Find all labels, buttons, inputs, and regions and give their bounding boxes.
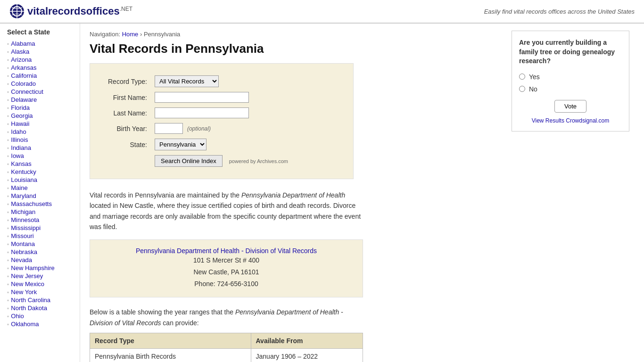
sidebar-state-item: Massachusetts	[7, 200, 75, 208]
sidebar-state-link[interactable]: Maine	[11, 184, 27, 191]
sidebar-state-item: Alaska	[7, 48, 75, 56]
sidebar-state-link[interactable]: Kansas	[11, 160, 31, 167]
address-box: Pennsylvania Department of Health - Divi…	[90, 239, 363, 298]
poll-option-no: No	[519, 85, 622, 93]
sidebar-state-link[interactable]: Illinois	[11, 136, 28, 143]
sidebar-state-item: Kentucky	[7, 168, 75, 176]
sidebar-state-link[interactable]: Missouri	[11, 232, 33, 239]
birth-year-label: Birth Year:	[104, 121, 151, 136]
search-button[interactable]: Search Online Index	[155, 155, 223, 167]
state-select[interactable]: Pennsylvania	[155, 139, 206, 150]
sidebar: Select a State AlabamaAlaskaArizonaArkan…	[0, 24, 80, 362]
first-name-input[interactable]	[155, 92, 249, 103]
sidebar-state-link[interactable]: Hawaii	[11, 120, 29, 127]
sidebar-state-link[interactable]: Nebraska	[11, 248, 37, 255]
sidebar-state-item: Idaho	[7, 128, 75, 136]
sidebar-state-item: Georgia	[7, 112, 75, 120]
sidebar-state-item: Indiana	[7, 144, 75, 152]
sidebar-state-link[interactable]: New Hampshire	[11, 264, 54, 272]
poll-label-no: No	[529, 85, 537, 93]
sidebar-state-item: North Carolina	[7, 296, 75, 304]
sidebar-state-link[interactable]: Minnesota	[11, 216, 39, 223]
sidebar-state-link[interactable]: Arizona	[11, 56, 32, 63]
first-name-label: First Name:	[104, 90, 151, 105]
sidebar-state-item: Alabama	[7, 40, 75, 48]
sidebar-state-link[interactable]: Louisiana	[11, 176, 37, 183]
sidebar-state-link[interactable]: Connecticut	[11, 88, 43, 95]
sidebar-state-item: New Mexico	[7, 280, 75, 288]
breadcrumb-home-link[interactable]: Home	[122, 31, 139, 38]
sidebar-state-item: Oklahoma	[7, 320, 75, 328]
state-list: AlabamaAlaskaArizonaArkansasCaliforniaCo…	[7, 40, 75, 328]
view-results-link[interactable]: View Results	[532, 117, 564, 124]
main-content: Navigation: Home › Pennsylvania Vital Re…	[80, 24, 504, 362]
sidebar-state-link[interactable]: California	[11, 72, 37, 79]
poll-radio-yes[interactable]	[519, 74, 525, 80]
sidebar-state-item: Montana	[7, 240, 75, 248]
right-sidebar: Are you currently building a family tree…	[504, 24, 636, 362]
sidebar-state-item: Iowa	[7, 152, 75, 160]
sidebar-state-link[interactable]: Florida	[11, 104, 30, 111]
sidebar-state-link[interactable]: Ohio	[11, 313, 24, 320]
sidebar-state-link[interactable]: Alaska	[11, 48, 29, 55]
sidebar-state-link[interactable]: New Jersey	[11, 272, 43, 280]
sidebar-state-link[interactable]: Alabama	[11, 40, 35, 47]
sidebar-state-link[interactable]: New Mexico	[11, 280, 44, 288]
logo-text: vitalrecordsoffices.NET	[27, 5, 132, 17]
sidebar-state-link[interactable]: North Dakota	[11, 304, 47, 312]
last-name-input[interactable]	[155, 107, 249, 118]
breadcrumb-current: Pennsylvania	[144, 31, 180, 38]
sidebar-state-link[interactable]: Delaware	[11, 96, 37, 103]
sidebar-state-item: Nevada	[7, 256, 75, 264]
poll-question: Are you currently building a family tree…	[519, 38, 622, 66]
address-line3: Phone: 724-656-3100	[194, 280, 258, 288]
crowdsignal-link[interactable]: Crowdsignal.com	[566, 117, 609, 124]
sidebar-state-item: Illinois	[7, 136, 75, 144]
sidebar-state-link[interactable]: Massachusetts	[11, 200, 52, 207]
dept-link[interactable]: Pennsylvania Department of Health - Divi…	[136, 247, 317, 255]
sidebar-heading: Select a State	[7, 28, 75, 36]
sidebar-state-link[interactable]: Arkansas	[11, 64, 36, 71]
record-type-select[interactable]: All Vital RecordsBirth RecordsDeath Reco…	[155, 75, 219, 87]
sidebar-state-link[interactable]: New York	[11, 288, 37, 296]
sidebar-state-link[interactable]: Iowa	[11, 152, 24, 159]
sidebar-state-item: California	[7, 72, 75, 80]
search-box: Record Type: All Vital RecordsBirth Reco…	[90, 63, 354, 179]
address-line1: 101 S Mercer St # 400	[193, 256, 259, 264]
sidebar-state-link[interactable]: Michigan	[11, 208, 35, 215]
poll-label-yes: Yes	[529, 73, 540, 81]
sidebar-state-link[interactable]: Mississippi	[11, 224, 41, 231]
sidebar-state-link[interactable]: Georgia	[11, 112, 33, 119]
sidebar-state-link[interactable]: North Carolina	[11, 296, 50, 304]
sidebar-state-item: New York	[7, 288, 75, 296]
page-title: Vital Records in Pennsylvania	[90, 41, 495, 56]
sidebar-state-item: Nebraska	[7, 248, 75, 256]
sidebar-state-item: Louisiana	[7, 176, 75, 184]
vote-button[interactable]: Vote	[554, 100, 586, 113]
sidebar-state-link[interactable]: Oklahoma	[11, 321, 39, 328]
sidebar-state-link[interactable]: Indiana	[11, 144, 31, 151]
records-table: Record Type Available From Pennsylvania …	[90, 333, 363, 362]
sidebar-state-link[interactable]: Kentucky	[11, 168, 36, 175]
sidebar-state-item: Florida	[7, 104, 75, 112]
last-name-label: Last Name:	[104, 105, 151, 121]
state-label: State:	[104, 136, 151, 153]
sidebar-state-link[interactable]: Maryland	[11, 192, 36, 199]
sidebar-state-item: Missouri	[7, 232, 75, 240]
sidebar-state-item: Kansas	[7, 160, 75, 168]
sidebar-state-item: North Dakota	[7, 304, 75, 312]
sidebar-state-link[interactable]: Idaho	[11, 128, 26, 135]
sidebar-state-link[interactable]: Nevada	[11, 256, 32, 263]
sidebar-state-item: Delaware	[7, 96, 75, 104]
sidebar-state-link[interactable]: Montana	[11, 240, 35, 247]
sidebar-state-link[interactable]: Colorado	[11, 80, 36, 87]
birth-year-input[interactable]	[155, 123, 183, 134]
powered-by: powered by Archives.com	[229, 158, 288, 164]
poll-links: View Results Crowdsignal.com	[519, 117, 622, 124]
address-line2: New Castle, PA 16101	[193, 268, 259, 276]
sidebar-state-item: Minnesota	[7, 216, 75, 224]
poll-radio-no[interactable]	[519, 86, 525, 92]
logo-icon	[9, 4, 25, 19]
sidebar-state-item: Colorado	[7, 80, 75, 88]
logo: vitalrecordsoffices.NET	[9, 4, 132, 19]
